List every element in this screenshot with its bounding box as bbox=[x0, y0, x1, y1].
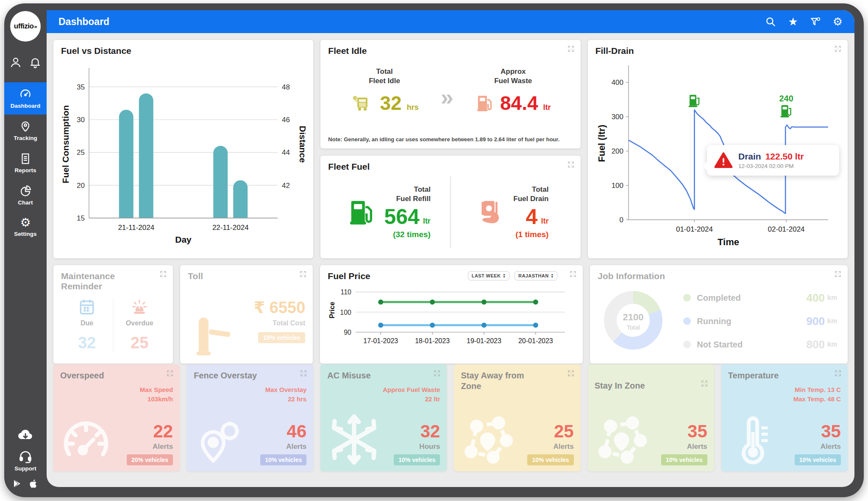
svg-text:200: 200 bbox=[611, 147, 623, 155]
expand-icon[interactable] bbox=[834, 369, 842, 379]
svg-text:Fuel (ltr): Fuel (ltr) bbox=[596, 125, 607, 162]
fuel-price-chart: 90100110Price17-01-202318-01-202319-01-2… bbox=[328, 283, 575, 350]
svg-text:Fuel Consumption: Fuel Consumption bbox=[61, 105, 70, 183]
card-title: Fuel Price bbox=[328, 271, 370, 281]
svg-text:30: 30 bbox=[77, 116, 85, 124]
collapse-icon[interactable] bbox=[569, 270, 577, 280]
legend-row: Completed 400 km bbox=[683, 291, 840, 305]
vehicles-badge: 10% vehicles bbox=[661, 454, 707, 465]
expand-icon[interactable] bbox=[567, 369, 575, 379]
maintenance-reminder-card: Maintenance Reminder Due 32 Overdue 25 bbox=[53, 265, 173, 364]
dropdown-arrows-icon: ▲▼ bbox=[503, 273, 506, 278]
sidebar-nav: Dashboard Tracking Reports Chart ⚙ Setti… bbox=[4, 82, 47, 243]
expand-icon[interactable] bbox=[834, 45, 842, 54]
legend-row: Not Started 800 km bbox=[683, 338, 840, 351]
card-title: Toll bbox=[188, 271, 305, 281]
svg-text:17-01-2023: 17-01-2023 bbox=[364, 337, 398, 344]
fleet-idle-value: 32 bbox=[380, 92, 401, 115]
temperature-card: Temperature Min Temp. 13 CMax Temp. 48 C… bbox=[721, 364, 848, 471]
uffizio-logo: uffizio» bbox=[10, 11, 41, 42]
svg-text:44: 44 bbox=[282, 148, 290, 157]
card-title: Fill-Drain bbox=[595, 46, 840, 56]
toll-gate-icon bbox=[187, 313, 238, 359]
sidebar-item-label: Tracking bbox=[14, 135, 37, 141]
zone-watermark-icon bbox=[593, 414, 650, 467]
svg-text:90: 90 bbox=[344, 329, 352, 336]
period-dropdown[interactable]: LAST WEEK▲▼ bbox=[468, 271, 509, 280]
refill-times: (32 times) bbox=[393, 230, 431, 239]
search-icon[interactable] bbox=[765, 16, 776, 27]
sidebar-item-settings[interactable]: ⚙ Settings bbox=[4, 211, 47, 243]
svg-text:15: 15 bbox=[77, 214, 85, 222]
fuel-vs-distance-card: Fuel vs Distance 15202530354244464821-11… bbox=[53, 40, 313, 258]
sidebar-item-reports[interactable]: Reports bbox=[4, 147, 47, 179]
collapse-icon[interactable] bbox=[567, 45, 575, 54]
fuel-price-card: Fuel Price LAST WEEK▲▼ RAJASTHAN▲▼ 90100… bbox=[320, 265, 583, 364]
collapse-icon[interactable] bbox=[701, 380, 708, 389]
svg-text:18-01-2023: 18-01-2023 bbox=[415, 337, 450, 344]
siren-icon bbox=[130, 297, 149, 316]
svg-text:20: 20 bbox=[77, 182, 85, 190]
card-title: Stay In Zone bbox=[595, 381, 667, 391]
settings-gear-icon[interactable]: ⚙ bbox=[833, 16, 843, 27]
collapse-icon[interactable] bbox=[300, 369, 307, 379]
card-title: Fence Overstay bbox=[194, 370, 266, 381]
legend-row: Running 900 km bbox=[683, 315, 840, 328]
sidebar-item-tracking[interactable]: Tracking bbox=[4, 115, 47, 147]
user-icon[interactable] bbox=[9, 56, 22, 70]
notifications-bell-icon[interactable] bbox=[29, 56, 42, 70]
region-dropdown[interactable]: RAJASTHAN▲▼ bbox=[515, 271, 557, 280]
svg-text:400: 400 bbox=[611, 78, 623, 87]
report-document-icon bbox=[19, 152, 32, 165]
card-title: Job Information bbox=[598, 271, 840, 281]
svg-text:Day: Day bbox=[175, 235, 192, 244]
card-title: Fleet Fuel bbox=[328, 162, 573, 172]
pin-gear-watermark-icon bbox=[192, 416, 247, 467]
main-screen: Dashboard ★ ⚙ Fuel vs Distance 152025303… bbox=[47, 10, 854, 487]
sidebar-item-dashboard[interactable]: Dashboard bbox=[4, 82, 47, 115]
fill-drain-card: Fill-Drain 010020030040001-01-202402-01-… bbox=[588, 40, 848, 258]
card-title: Overspeed bbox=[60, 370, 132, 381]
apple-icon[interactable] bbox=[28, 479, 39, 490]
idle-truck-icon bbox=[350, 92, 375, 114]
sidebar-item-label: Reports bbox=[14, 167, 36, 174]
svg-text:2100: 2100 bbox=[623, 312, 644, 322]
fleet-idle-card: Fleet Idle TotalFleet Idle 32 hrs bbox=[320, 40, 580, 148]
favorites-star-icon[interactable]: ★ bbox=[788, 16, 798, 27]
gear-icon: ⚙ bbox=[20, 217, 31, 229]
card-title: Stay Away from Zone bbox=[461, 370, 533, 392]
move-icon[interactable] bbox=[166, 369, 174, 379]
expand-icon[interactable] bbox=[433, 369, 441, 379]
google-play-icon[interactable] bbox=[12, 479, 22, 490]
fuel-vs-distance-chart: 15202530354244464821-11-202422-11-2024Da… bbox=[61, 59, 306, 250]
sidebar-item-chart[interactable]: Chart bbox=[4, 179, 47, 211]
svg-text:Total: Total bbox=[627, 324, 640, 331]
svg-text:Price: Price bbox=[328, 302, 336, 318]
fleet-fuel-card: Fleet Fuel TotalFuel Refill 564 ltr bbox=[320, 156, 580, 258]
support-label: Support bbox=[14, 465, 36, 472]
svg-text:Distance: Distance bbox=[298, 126, 306, 163]
support-item[interactable]: Support bbox=[14, 449, 36, 472]
cloud-download-icon[interactable] bbox=[16, 426, 35, 445]
pie-chart-icon bbox=[19, 185, 32, 197]
svg-text:20-01-2023: 20-01-2023 bbox=[518, 337, 553, 344]
snowflake-watermark-icon bbox=[326, 412, 383, 467]
dropdown-arrows-icon: ▲▼ bbox=[551, 273, 554, 278]
ac-misuse-card: AC Misuse Approx Fuel Waste22 ltr 32 Hou… bbox=[320, 364, 447, 471]
thermometer-watermark-icon bbox=[726, 414, 777, 467]
sidebar-item-label: Settings bbox=[14, 231, 36, 237]
card-title: Maintenance Reminder bbox=[61, 271, 146, 291]
filter-icon[interactable] bbox=[810, 16, 821, 27]
svg-text:35: 35 bbox=[77, 83, 85, 91]
vehicles-badge: 10% vehicles bbox=[394, 454, 440, 465]
card-title: AC Misuse bbox=[327, 370, 399, 381]
expand-icon[interactable] bbox=[567, 161, 575, 170]
svg-text:100: 100 bbox=[340, 309, 352, 316]
fuel-drain-value: 4 bbox=[526, 206, 538, 227]
stay-in-zone-card: Stay In Zone 35 Alerts 10% vehicles bbox=[588, 364, 714, 471]
job-donut-chart: 2100Total bbox=[598, 285, 669, 358]
zone-watermark-icon bbox=[459, 414, 516, 467]
drain-times: (1 times) bbox=[515, 230, 548, 239]
headset-icon bbox=[18, 449, 33, 464]
speedometer-icon bbox=[19, 88, 32, 101]
